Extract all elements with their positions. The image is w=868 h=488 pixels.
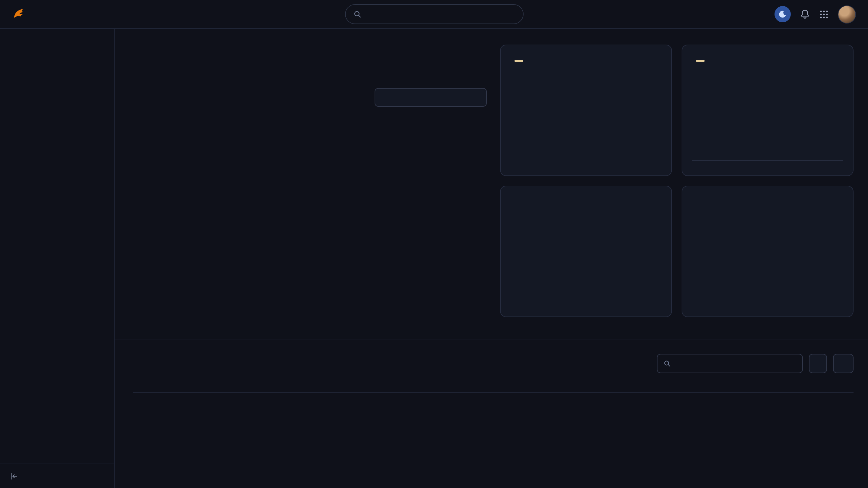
search-icon: [353, 10, 361, 18]
sidebar: [0, 29, 115, 488]
app-root: [0, 0, 868, 488]
paying-gauge-chart: [722, 210, 813, 261]
moon-icon: [775, 6, 791, 22]
collapse-view-button[interactable]: [0, 464, 114, 488]
brand[interactable]: [12, 7, 32, 22]
total-orders-badge: [515, 60, 523, 62]
reviews-table-header: [133, 386, 854, 393]
paying-card: [682, 186, 854, 317]
search-icon: [663, 360, 671, 367]
top-coupons-donut-chart: [551, 203, 621, 273]
kpi-cards: [500, 44, 854, 317]
collapse-icon: [10, 472, 18, 481]
top-coupons-card: [500, 186, 672, 317]
search-input[interactable]: [366, 10, 515, 19]
new-customers-x-labels: [692, 160, 843, 166]
date-range-select[interactable]: [375, 88, 487, 107]
navbar-actions: [775, 5, 856, 23]
top-navbar: [0, 0, 868, 29]
main-content: [115, 29, 868, 488]
total-sells-x-labels: [133, 253, 487, 256]
grid-icon: [819, 9, 829, 19]
total-orders-bar-chart: [541, 75, 631, 133]
bell-icon: [800, 9, 810, 19]
new-customers-card: [682, 44, 854, 176]
new-customers-badge: [696, 60, 705, 62]
notifications-button[interactable]: [800, 9, 810, 19]
new-customers-line-chart: [692, 78, 843, 140]
sidebar-nav: [0, 35, 114, 464]
reviews-search-input[interactable]: [676, 359, 796, 368]
navbar-search: [345, 4, 523, 24]
user-avatar[interactable]: [838, 5, 856, 23]
phoenix-logo-icon: [12, 7, 27, 22]
latest-reviews-section: [115, 339, 868, 488]
reviews-search: [657, 354, 803, 373]
total-sells-chart: [133, 118, 486, 253]
all-products-button[interactable]: [809, 354, 827, 373]
apps-grid-button[interactable]: [819, 9, 829, 19]
reviews-table: [133, 386, 854, 393]
theme-toggle-button[interactable]: [775, 6, 791, 22]
more-options-button[interactable]: [833, 354, 854, 373]
total-orders-card: [500, 44, 672, 176]
